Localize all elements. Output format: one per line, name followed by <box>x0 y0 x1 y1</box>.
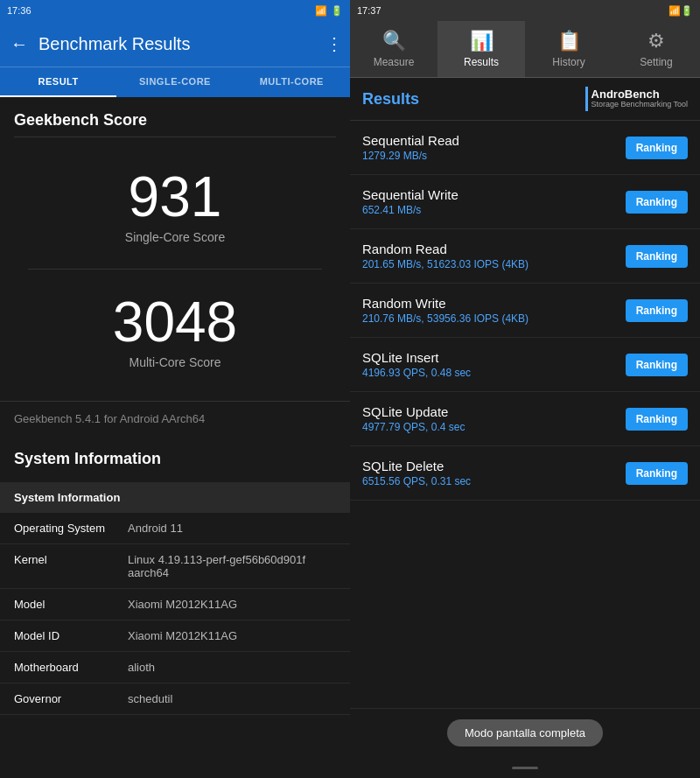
results-icon: 📊 <box>470 30 494 53</box>
left-toolbar: ← Benchmark Results ⋮ <box>0 21 350 67</box>
row-val-os: Android 11 <box>128 522 336 535</box>
nav-tab-setting[interactable]: ⚙ Setting <box>612 21 700 77</box>
table-row: Operating System Android 11 <box>0 513 350 544</box>
status-bar-left: 17:36 📶 🔋 <box>0 0 350 21</box>
left-panel: 17:36 📶 🔋 ← Benchmark Results ⋮ RESULT S… <box>0 0 350 778</box>
nav-dot <box>512 767 538 769</box>
table-row: Motherboard alioth <box>0 652 350 683</box>
ranking-button-6[interactable]: Ranking <box>626 462 688 485</box>
ranking-button-4[interactable]: Ranking <box>626 354 688 376</box>
sys-info-table-header: System Information <box>0 482 350 513</box>
ranking-button-3[interactable]: Ranking <box>626 299 688 322</box>
bottom-pill[interactable]: Modo pantalla completa <box>447 719 603 746</box>
row-val-kernel: Linux 4.19.113-perf-gef56b60d901f aarch6… <box>128 553 336 579</box>
right-time: 17:37 <box>357 5 382 16</box>
androbench-name: AndroBench <box>592 88 688 101</box>
list-item: Sequential Write 652.41 MB/s Ranking <box>350 175 700 229</box>
setting-icon: ⚙ <box>648 30 665 53</box>
bench-name-3: Random Write <box>362 296 528 311</box>
nav-tab-setting-label: Setting <box>640 56 672 68</box>
tab-result[interactable]: RESULT <box>0 67 116 97</box>
more-button[interactable]: ⋮ <box>326 33 343 54</box>
row-key-motherboard: Motherboard <box>14 661 128 674</box>
bench-value-4: 4196.93 QPS, 0.48 sec <box>362 367 471 379</box>
table-row: Kernel Linux 4.19.113-perf-gef56b60d901f… <box>0 544 350 589</box>
bench-name-0: Sequential Read <box>362 133 459 148</box>
list-item: Sequential Read 1279.29 MB/s Ranking <box>350 121 700 175</box>
bench-name-4: SQLite Insert <box>362 350 471 365</box>
history-icon: 📋 <box>557 30 581 53</box>
androbench-bar-decoration <box>585 87 588 111</box>
table-row: Governor schedutil <box>0 683 350 715</box>
bench-value-2: 201.65 MB/s, 51623.03 IOPS (4KB) <box>362 258 528 270</box>
nav-tab-results-label: Results <box>464 56 499 68</box>
ranking-button-1[interactable]: Ranking <box>626 191 688 214</box>
ranking-button-0[interactable]: Ranking <box>626 137 688 159</box>
bottom-pill-container: Modo pantalla completa <box>350 708 700 757</box>
list-item: Random Write 210.76 MB/s, 53956.36 IOPS … <box>350 284 700 338</box>
androbench-sub: Storage Benchmarking Tool <box>592 101 688 109</box>
left-status-icons: 📶 🔋 <box>315 5 343 17</box>
version-info: Geekbench 5.4.1 for Android AArch64 <box>0 401 350 436</box>
row-val-model-id: Xiaomi M2012K11AG <box>128 629 336 642</box>
multi-core-number: 3048 <box>14 294 336 350</box>
ranking-button-2[interactable]: Ranking <box>626 245 688 268</box>
nav-tab-history-label: History <box>552 56 584 68</box>
sys-info-section-title: System Information <box>14 450 336 468</box>
right-panel: 17:37 📶🔋 🔍 Measure 📊 Results 📋 History ⚙… <box>350 0 700 778</box>
bench-name-2: Random Read <box>362 242 528 256</box>
row-key-model-id: Model ID <box>14 629 128 642</box>
single-core-label: Single-Core Score <box>14 230 336 244</box>
right-status-icons: 📶🔋 <box>668 5 693 17</box>
nav-tabs: 🔍 Measure 📊 Results 📋 History ⚙ Setting <box>350 21 700 78</box>
list-item: SQLite Insert 4196.93 QPS, 0.48 sec Rank… <box>350 338 700 392</box>
results-header: Results AndroBench Storage Benchmarking … <box>350 78 700 121</box>
androbench-logo: AndroBench Storage Benchmarking Tool <box>585 87 688 111</box>
benchmark-list: Sequential Read 1279.29 MB/s Ranking Seq… <box>350 121 700 708</box>
tab-multi-core[interactable]: MULTI-CORE <box>234 67 350 97</box>
left-content: Geekbench Score 931 Single-Core Score 30… <box>0 97 350 778</box>
multi-core-score-block: 3048 Multi-Core Score <box>14 277 336 387</box>
table-row: Model ID Xiaomi M2012K11AG <box>0 620 350 652</box>
bench-value-0: 1279.29 MB/s <box>362 150 459 162</box>
list-item: Random Read 201.65 MB/s, 51623.03 IOPS (… <box>350 229 700 284</box>
nav-bottom-bar <box>350 757 700 778</box>
multi-core-label: Multi-Core Score <box>14 355 336 369</box>
sys-info-header: System Information <box>0 436 350 482</box>
nav-tab-history[interactable]: 📋 History <box>525 21 612 77</box>
bench-value-3: 210.76 MB/s, 53956.36 IOPS (4KB) <box>362 312 528 325</box>
single-core-number: 931 <box>14 169 336 225</box>
list-item: SQLite Delete 6515.56 QPS, 0.31 sec Rank… <box>350 446 700 501</box>
score-section: Geekbench Score 931 Single-Core Score 30… <box>0 97 350 401</box>
single-core-score-block: 931 Single-Core Score <box>14 151 336 262</box>
row-val-motherboard: alioth <box>128 661 336 674</box>
row-key-governor: Governor <box>14 692 128 705</box>
toolbar-title: Benchmark Results <box>38 34 318 54</box>
results-title: Results <box>362 90 419 109</box>
androbench-text: AndroBench Storage Benchmarking Tool <box>592 88 688 109</box>
bench-name-6: SQLite Delete <box>362 459 471 473</box>
row-val-governor: schedutil <box>128 692 336 705</box>
sys-info-table: System Information Operating System Andr… <box>0 482 350 715</box>
measure-icon: 🔍 <box>382 30 406 53</box>
list-item: SQLite Update 4977.79 QPS, 0.4 sec Ranki… <box>350 392 700 446</box>
table-row: Model Xiaomi M2012K11AG <box>0 589 350 620</box>
status-bar-right: 17:37 📶🔋 <box>350 0 700 21</box>
row-key-model: Model <box>14 598 128 611</box>
bench-name-1: Sequential Write <box>362 187 458 202</box>
tabs-bar: RESULT SINGLE-CORE MULTI-CORE <box>0 67 350 97</box>
score-divider <box>28 269 322 270</box>
nav-tab-results[interactable]: 📊 Results <box>438 21 525 77</box>
bench-name-5: SQLite Update <box>362 404 465 419</box>
tab-single-core[interactable]: SINGLE-CORE <box>116 67 233 97</box>
row-val-model: Xiaomi M2012K11AG <box>128 598 336 611</box>
ranking-button-5[interactable]: Ranking <box>626 408 688 431</box>
row-key-kernel: Kernel <box>14 553 128 566</box>
nav-tab-measure[interactable]: 🔍 Measure <box>350 21 438 77</box>
bench-value-5: 4977.79 QPS, 0.4 sec <box>362 421 465 433</box>
nav-tab-measure-label: Measure <box>374 56 415 68</box>
row-key-os: Operating System <box>14 522 128 535</box>
back-button[interactable]: ← <box>7 31 32 58</box>
geekbench-title: Geekbench Score <box>14 111 336 137</box>
bench-value-6: 6515.56 QPS, 0.31 sec <box>362 475 471 487</box>
